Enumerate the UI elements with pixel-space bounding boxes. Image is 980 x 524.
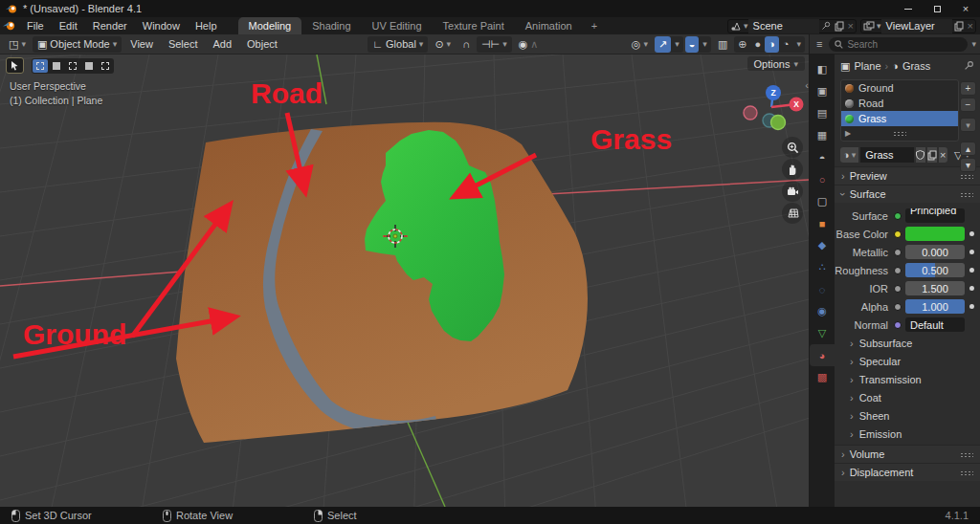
outliner-editor-icon[interactable]: ≡ [813,34,825,54]
new-viewlayer-icon[interactable] [952,20,966,33]
object-visibility-dropdown[interactable]: ◎ ▾ [627,36,653,53]
gizmo-axis-neg-x[interactable] [744,106,757,120]
snap-toggle[interactable]: ∩ [457,36,475,53]
options-dropdown[interactable]: Options ▾ [747,56,805,71]
render-tab[interactable]: ▣ [810,80,835,102]
displacement-panel-header[interactable]: › Displacement [835,463,980,481]
viewlayer-name[interactable]: ViewLayer [881,19,952,33]
gizmo-dropdown[interactable]: ▾ [671,36,683,53]
menu-edit[interactable]: Edit [52,17,85,34]
show-gizmo-toggle[interactable]: ↗ [655,36,671,53]
terrain-plane[interactable] [176,122,588,443]
gizmo-axis-y[interactable] [771,116,786,130]
scene-icon[interactable] [728,20,744,33]
slot-row-road[interactable]: Road [841,96,958,111]
menu-add[interactable]: Add [206,38,238,50]
panel-grip[interactable] [960,174,973,179]
output-tab[interactable]: ▤ [810,102,835,124]
metallic-slider[interactable]: 0.000 [905,245,965,259]
pin-id-icon[interactable] [964,60,974,73]
tab-modeling[interactable]: Modeling [238,17,302,34]
object-tab[interactable]: ■ [810,212,835,234]
select-mode-invert[interactable] [81,59,97,73]
shading-dropdown[interactable]: ▾ [792,36,805,53]
tool-tab[interactable]: ◧ [810,58,835,80]
pin-icon[interactable] [819,20,833,33]
normal-select[interactable]: Default [905,317,965,332]
tab-texture-paint[interactable]: Texture Paint [433,17,515,34]
maximize-button[interactable] [923,0,951,17]
menu-view[interactable]: View [123,38,160,50]
mode-dropdown[interactable]: ▣ Object Mode ▾ [33,36,122,53]
material-tab[interactable]: ◕ [810,344,835,366]
panel-grip[interactable] [960,192,973,197]
select-mode-subtract[interactable] [65,59,80,73]
menu-window[interactable]: Window [135,17,188,34]
show-overlays-toggle[interactable]: ◒ [685,36,700,53]
panel-grip[interactable] [960,470,973,475]
constraints-tab[interactable]: ◉ [810,300,835,322]
tab-uv-editing[interactable]: UV Editing [362,17,433,34]
physics-tab[interactable]: ◌ [810,278,835,300]
editor-type-button[interactable]: ◳ ▾ [4,36,31,53]
add-workspace-button[interactable]: + [583,17,606,34]
subsurface-subpanel[interactable]: ›Subsurface [835,334,980,352]
remove-slot-button[interactable]: − [960,98,976,112]
slot-row-grass[interactable]: Grass [841,111,958,126]
filter-expand-icon[interactable]: ▶ [845,129,851,138]
texture-tab[interactable]: ▩ [810,366,835,388]
unlink-material-button[interactable]: × [939,147,947,163]
volume-panel-header[interactable]: › Volume [835,445,980,463]
overlays-dropdown[interactable]: ▾ [699,36,711,53]
shader-select[interactable]: Principled ... [905,208,965,223]
transform-orientation-dropdown[interactable]: ∟ Global ▾ [368,36,428,53]
tab-animation[interactable]: Animation [515,17,583,34]
base-color-swatch[interactable] [905,227,965,241]
3d-viewport[interactable]: Z X Options ▾ User [0,55,809,507]
material-name-field[interactable]: Grass [860,147,914,163]
transmission-subpanel[interactable]: ›Transmission [835,370,980,388]
search-input[interactable] [847,39,914,50]
shading-solid-button[interactable]: ● [751,36,766,53]
slot-specials-button[interactable]: ▾ [960,118,976,132]
object-data-tab[interactable]: ▽ [810,322,835,344]
select-mode-extend[interactable] [49,59,64,73]
panel-grip[interactable] [960,452,973,457]
pan-button[interactable] [782,159,803,180]
add-slot-button[interactable]: + [960,81,976,96]
move-slot-down-button[interactable]: ▾ [960,158,976,172]
perspective-toggle-button[interactable] [782,203,803,224]
new-scene-icon[interactable] [833,20,846,33]
particles-tab[interactable]: ∴ [810,256,835,278]
resize-grip[interactable] [893,131,906,136]
animate-dot[interactable] [969,304,974,309]
animate-dot[interactable] [969,268,974,273]
select-mode-intersect[interactable] [98,59,113,73]
animate-dot[interactable] [969,250,974,254]
collection-tab[interactable]: ▢ [810,190,835,212]
alpha-slider[interactable]: 1.000 [905,299,965,314]
sheen-subpanel[interactable]: ›Sheen [835,406,980,425]
modifiers-tab[interactable]: ◆ [810,234,835,256]
world-tab[interactable]: ○ [810,168,835,190]
animate-dot[interactable] [969,286,974,291]
proportional-edit-toggle[interactable]: ◉ ∧ [514,36,544,53]
scene-tab[interactable]: ◓ [810,146,835,168]
ior-slider[interactable]: 1.500 [905,281,965,295]
browse-material-button[interactable]: ◑ ▾ [840,147,858,163]
select-box-tool-button[interactable] [6,57,24,74]
shading-material-preview-button[interactable]: ◑ [765,36,779,53]
move-slot-up-button[interactable]: ▴ [960,142,976,156]
camera-view-button[interactable] [782,181,803,202]
preview-panel-header[interactable]: › Preview [835,166,980,185]
breadcrumb-material[interactable]: Grass [902,60,930,72]
menu-render[interactable]: Render [85,17,135,34]
close-button[interactable]: × [951,0,980,17]
coat-subpanel[interactable]: ›Coat [835,388,980,406]
menu-help[interactable]: Help [188,17,225,34]
view-layer-tab[interactable]: ▦ [810,124,835,146]
shading-rendered-button[interactable]: ◔ [779,36,793,53]
emission-subpanel[interactable]: ›Emission [835,425,980,443]
shading-wireframe-button[interactable]: ⊕ [734,36,750,53]
ground-surface[interactable] [176,122,588,443]
